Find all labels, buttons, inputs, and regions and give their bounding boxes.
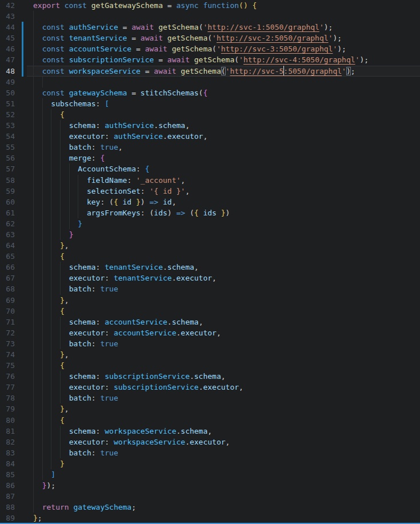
- code-line[interactable]: 71 schema: accountService.schema,: [0, 317, 420, 327]
- gutter[interactable]: 46: [0, 43, 27, 54]
- line-number[interactable]: 59: [0, 186, 15, 197]
- gutter[interactable]: 88: [0, 502, 27, 513]
- gutter[interactable]: 52: [0, 109, 27, 120]
- code-line[interactable]: 86 });: [0, 480, 420, 491]
- gutter[interactable]: 60: [0, 197, 27, 207]
- code-line[interactable]: 47 const subscriptionService = await get…: [0, 54, 420, 65]
- url-link[interactable]: http://svc-5: [230, 67, 283, 75]
- line-number[interactable]: 56: [0, 153, 15, 163]
- code-line[interactable]: 65 {: [0, 251, 420, 262]
- line-number[interactable]: 65: [0, 251, 15, 262]
- code-line[interactable]: 81 schema: workspaceService.schema,: [0, 426, 420, 437]
- gutter[interactable]: 47: [0, 54, 27, 65]
- line-number[interactable]: 51: [0, 98, 15, 109]
- line-number[interactable]: 52: [0, 109, 15, 120]
- code-line[interactable]: 69 },: [0, 295, 420, 306]
- line-number[interactable]: 61: [0, 207, 15, 218]
- gutter[interactable]: 53: [0, 120, 27, 131]
- code-line[interactable]: 88 return gatewaySchema;: [0, 502, 420, 513]
- code-line[interactable]: 54 executor: authService.executor,: [0, 131, 420, 142]
- code-line[interactable]: 42export const getGatewaySchema = async …: [0, 0, 420, 11]
- code-line[interactable]: 83 batch: true: [0, 447, 420, 458]
- line-number[interactable]: 47: [0, 54, 15, 65]
- code-line[interactable]: 80 {: [0, 415, 420, 426]
- gutter[interactable]: 86: [0, 480, 27, 491]
- line-number[interactable]: 63: [0, 229, 15, 240]
- gutter[interactable]: 78: [0, 393, 27, 403]
- line-number[interactable]: 72: [0, 327, 15, 338]
- url-link[interactable]: http://svc-3:5050/graphql: [221, 45, 333, 53]
- line-number[interactable]: 78: [0, 393, 15, 403]
- gutter[interactable]: 62: [0, 218, 27, 229]
- code-line[interactable]: 51 subschemas: [: [0, 98, 420, 109]
- gutter[interactable]: 54: [0, 131, 27, 142]
- line-number[interactable]: 66: [0, 262, 15, 273]
- code-line[interactable]: 67 executor: tenantService.executor,: [0, 273, 420, 283]
- line-number[interactable]: 69: [0, 295, 15, 306]
- line-number[interactable]: 84: [0, 458, 15, 469]
- gutter[interactable]: 80: [0, 415, 27, 426]
- code-line[interactable]: 76 schema: subscriptionService.schema,: [0, 371, 420, 382]
- gutter[interactable]: 43: [0, 11, 27, 22]
- url-link[interactable]: :5050/graphql: [283, 67, 342, 75]
- code-line[interactable]: 46 const accountService = await getSchem…: [0, 43, 420, 54]
- line-number[interactable]: 88: [0, 502, 15, 513]
- gutter[interactable]: 77: [0, 382, 27, 393]
- gutter[interactable]: 71: [0, 317, 27, 327]
- gutter[interactable]: 56: [0, 153, 27, 163]
- code-line[interactable]: 61 argsFromKeys: (ids) => ({ ids }): [0, 207, 420, 218]
- line-number[interactable]: 42: [0, 0, 15, 11]
- code-line[interactable]: 64 },: [0, 240, 420, 251]
- line-number[interactable]: 70: [0, 306, 15, 317]
- line-number[interactable]: 87: [0, 491, 15, 502]
- code-line[interactable]: 56 merge: {: [0, 153, 420, 163]
- gutter[interactable]: 89: [0, 513, 27, 523]
- code-line[interactable]: 73 batch: true: [0, 338, 420, 349]
- gutter[interactable]: 85: [0, 469, 27, 480]
- line-number[interactable]: 71: [0, 317, 15, 327]
- code-line[interactable]: 52 {: [0, 109, 420, 120]
- code-line[interactable]: 75 {: [0, 360, 420, 371]
- code-line[interactable]: 68 batch: true: [0, 283, 420, 294]
- code-line[interactable]: 59 selectionSet: '{ id }',: [0, 186, 420, 197]
- gutter[interactable]: 55: [0, 142, 27, 153]
- gutter[interactable]: 67: [0, 273, 27, 283]
- line-number[interactable]: 46: [0, 43, 15, 54]
- line-number[interactable]: 89: [0, 513, 15, 523]
- code-line[interactable]: 74 },: [0, 349, 420, 360]
- gutter[interactable]: 82: [0, 437, 27, 447]
- url-link[interactable]: http://svc-4:5050/graphql: [243, 55, 355, 64]
- gutter[interactable]: 69: [0, 295, 27, 306]
- line-number[interactable]: 48: [0, 66, 15, 77]
- code-line[interactable]: 45 const tenantService = await getSchema…: [0, 33, 420, 43]
- code-line[interactable]: 85 ]: [0, 469, 420, 480]
- line-number[interactable]: 77: [0, 382, 15, 393]
- line-number[interactable]: 68: [0, 283, 15, 294]
- gutter[interactable]: 42: [0, 0, 27, 11]
- gutter[interactable]: 58: [0, 175, 27, 186]
- gutter[interactable]: 70: [0, 306, 27, 317]
- line-number[interactable]: 80: [0, 415, 15, 426]
- line-number[interactable]: 58: [0, 175, 15, 186]
- gutter[interactable]: 84: [0, 458, 27, 469]
- code-line[interactable]: 79 },: [0, 403, 420, 414]
- gutter[interactable]: 44: [0, 22, 27, 33]
- line-number[interactable]: 49: [0, 77, 15, 87]
- code-line[interactable]: 77 executor: subscriptionService.executo…: [0, 382, 420, 393]
- code-line[interactable]: 49: [0, 77, 420, 87]
- line-number[interactable]: 43: [0, 11, 15, 22]
- code-line[interactable]: 60 key: ({ id }) => id,: [0, 197, 420, 207]
- line-number[interactable]: 67: [0, 273, 15, 283]
- line-number[interactable]: 53: [0, 120, 15, 131]
- code-line[interactable]: 87: [0, 491, 420, 502]
- gutter[interactable]: 59: [0, 186, 27, 197]
- gutter[interactable]: 81: [0, 426, 27, 437]
- code-line[interactable]: 72 executor: accountService.executor,: [0, 327, 420, 338]
- line-number[interactable]: 81: [0, 426, 15, 437]
- line-number[interactable]: 60: [0, 197, 15, 207]
- line-number[interactable]: 83: [0, 447, 15, 458]
- code-line[interactable]: 53 schema: authService.schema,: [0, 120, 420, 131]
- gutter[interactable]: 49: [0, 77, 27, 87]
- gutter[interactable]: 87: [0, 491, 27, 502]
- code-line[interactable]: 50 const gatewaySchema = stitchSchemas({: [0, 87, 420, 98]
